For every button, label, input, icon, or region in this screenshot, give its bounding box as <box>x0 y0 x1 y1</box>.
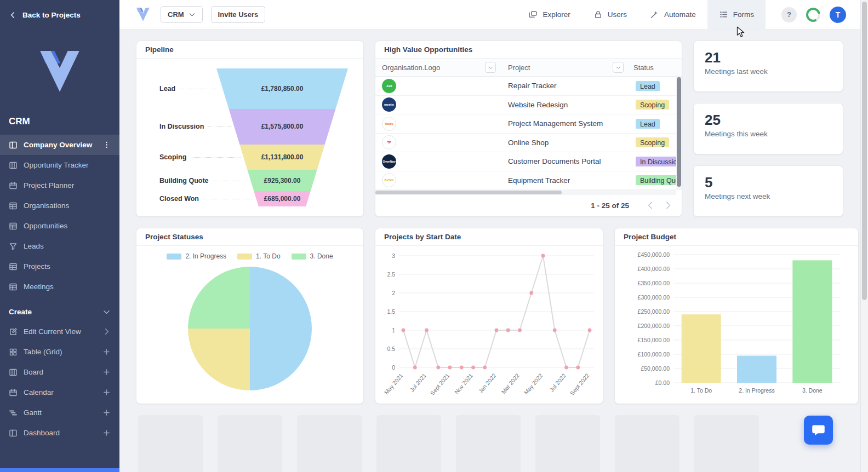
column-options-dropdown[interactable] <box>485 62 496 73</box>
sidebar-item-projects[interactable]: Projects <box>0 256 119 277</box>
app-root: Back to Projects CRM Company OverviewOpp… <box>0 0 868 472</box>
pie-legend: 2. In Progress1. To Do3. Done <box>167 252 333 260</box>
loading-spinner-icon <box>806 8 820 22</box>
sidebar-item-label: Company Overview <box>24 141 92 149</box>
svg-text:1: 1 <box>392 327 395 333</box>
workspace-name: CRM <box>168 10 184 19</box>
table-row[interactable]: OverNavCustomer Documents PortalIn Discu… <box>375 152 676 171</box>
sidebar-item-opportunity-tracker[interactable]: Opportunity Tracker <box>0 155 119 175</box>
sidebar-item-opportunities[interactable]: Opportunities <box>0 216 119 236</box>
stat-value: 25 <box>705 112 832 128</box>
help-button[interactable]: ? <box>781 7 797 22</box>
svg-text:£300,000.00: £300,000.00 <box>638 294 670 301</box>
svg-text:£150,000.00: £150,000.00 <box>638 337 670 343</box>
startdate-card-title: Projects by Start Date <box>375 228 603 246</box>
project-cell: Project Management System <box>501 119 629 128</box>
avatar-initial: T <box>836 10 841 19</box>
legend-swatch <box>292 254 306 260</box>
leader-line <box>191 157 241 158</box>
app-logo[interactable] <box>134 7 152 23</box>
dashboard-content: Pipeline LeadIn DiscussionScopingBuildin… <box>119 30 868 472</box>
table-row[interactable]: AxilRepair TrackerLead <box>375 77 676 96</box>
scrollbar-thumb[interactable] <box>862 2 867 300</box>
table-row[interactable]: HuleyProject Management SystemLead <box>375 114 676 134</box>
create-item-calendar[interactable]: Calendar <box>0 382 119 402</box>
statuses-card-title: Project Statuses <box>136 228 363 246</box>
table-row[interactable]: TFOnline ShopScoping <box>375 134 676 153</box>
help-label: ? <box>787 10 791 19</box>
create-item-gantt[interactable]: Gantt <box>0 402 119 423</box>
skeleton-tile <box>376 415 441 472</box>
svg-text:May 2022: May 2022 <box>522 372 544 395</box>
svg-text:Jul 2021: Jul 2021 <box>408 372 427 393</box>
create-item-edit-current-view[interactable]: Edit Current View <box>0 321 119 342</box>
sidebar-item-project-planner[interactable]: Project Planner <box>0 175 119 195</box>
plus-icon[interactable] <box>102 368 111 376</box>
line-chart: 00.511.522.53May 2021Jul 2021Sept 2021No… <box>375 246 603 404</box>
workspace-switcher-button[interactable]: CRM <box>161 6 203 23</box>
topnav-forms[interactable]: Forms <box>707 0 766 29</box>
svg-text:£200,000.00: £200,000.00 <box>638 323 670 329</box>
sidebar-item-organisations[interactable]: Organisations <box>0 195 119 216</box>
topnav-users[interactable]: Users <box>582 0 638 29</box>
topnav-automate[interactable]: Automate <box>638 0 707 29</box>
high-value-opportunities-card: High Value Opportunities Organisation.Lo… <box>375 41 682 217</box>
user-avatar[interactable]: T <box>830 7 846 23</box>
status-badge: Lead <box>636 81 660 91</box>
scrollbar-thumb[interactable] <box>375 191 562 194</box>
column-options-dropdown[interactable] <box>613 62 624 73</box>
org-logo-cell: meetio <box>375 97 501 112</box>
svg-text:1.5: 1.5 <box>387 308 395 315</box>
svg-text:May 2021: May 2021 <box>382 372 404 395</box>
next-page-button[interactable] <box>663 200 673 210</box>
svg-text:£250,000.00: £250,000.00 <box>638 308 670 315</box>
app-name: CRM <box>0 97 119 135</box>
create-item-table-grid[interactable]: Table (Grid) <box>0 342 119 362</box>
table-vertical-scrollbar[interactable] <box>676 77 682 190</box>
sidebar-item-company-overview[interactable]: Company Overview <box>0 135 119 155</box>
funnel-value: £1,131,800.00 <box>261 153 304 161</box>
leader-line <box>203 199 253 199</box>
funnel-stage-label: Lead <box>159 85 219 93</box>
pagination-label: 1 - 25 of 25 <box>591 202 629 210</box>
back-to-projects-button[interactable]: Back to Projects <box>0 0 119 30</box>
prev-page-button[interactable] <box>646 200 655 210</box>
create-item-board[interactable]: Board <box>0 362 119 382</box>
chevron-down-icon <box>102 308 111 316</box>
svg-text:£50,000.00: £50,000.00 <box>641 365 670 372</box>
topnav-label: Forms <box>733 10 754 19</box>
table-icon <box>9 202 18 210</box>
plus-icon[interactable] <box>102 408 111 417</box>
topnav-explorer[interactable]: Explorer <box>517 0 581 29</box>
status-cell: Building Quote <box>629 175 676 185</box>
chevron-right-icon[interactable] <box>102 327 111 336</box>
invite-users-button[interactable]: Invite Users <box>211 6 266 23</box>
plus-icon[interactable] <box>102 429 111 437</box>
kebab-menu-icon[interactable] <box>102 141 111 149</box>
stat-label: Meetings next week <box>705 192 832 200</box>
org-logo-cell: Z-CBY <box>375 173 501 187</box>
topnav-label: Explorer <box>542 10 570 19</box>
create-item-dashboard[interactable]: Dashboard <box>0 423 119 443</box>
sidebar-item-leads[interactable]: Leads <box>0 236 119 256</box>
stat-label: Meetings this week <box>705 130 832 138</box>
chat-widget-button[interactable] <box>804 416 833 445</box>
table-row[interactable]: Z-CBYEquipment TrackerBuilding Quote <box>375 171 676 191</box>
create-section-header[interactable]: Create <box>0 297 119 321</box>
back-label: Back to Projects <box>22 11 81 19</box>
pipeline-card: Pipeline LeadIn DiscussionScopingBuildin… <box>136 41 364 217</box>
svg-text:£400,000.00: £400,000.00 <box>638 266 670 272</box>
svg-text:£100,000.00: £100,000.00 <box>638 351 670 358</box>
scrollbar-thumb[interactable] <box>677 77 681 187</box>
plus-icon[interactable] <box>102 388 111 396</box>
table-row[interactable]: meetioWebsite RedesignScoping <box>375 96 676 115</box>
sidebar-item-meetings[interactable]: Meetings <box>0 277 119 297</box>
window-scrollbar[interactable] <box>860 0 868 472</box>
legend-item: 2. In Progress <box>167 252 226 260</box>
project-cell: Equipment Tracker <box>501 176 629 185</box>
table-body: AxilRepair TrackerLeadmeetioWebsite Rede… <box>375 77 676 190</box>
plus-icon[interactable] <box>102 348 111 356</box>
status-cell: Lead <box>629 119 676 129</box>
svg-text:Sept 2022: Sept 2022 <box>568 372 590 396</box>
funnel-icon <box>9 242 18 251</box>
